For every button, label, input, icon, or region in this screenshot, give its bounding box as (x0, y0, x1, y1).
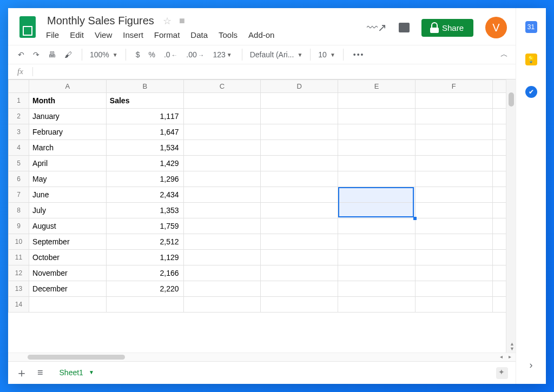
cell-A7[interactable]: June (29, 187, 107, 203)
row-header[interactable]: 9 (9, 218, 29, 234)
cell-E11[interactable] (338, 250, 416, 265)
col-header-C[interactable]: C (183, 80, 261, 93)
cell-F12[interactable] (415, 265, 492, 281)
row-header[interactable]: 12 (9, 265, 29, 281)
menu-edit[interactable]: Edit (70, 30, 84, 39)
print-button[interactable]: 🖶 (46, 49, 58, 60)
cell-A1[interactable]: Month (29, 93, 107, 109)
row-header[interactable]: 14 (9, 297, 29, 313)
account-avatar[interactable]: V (485, 17, 507, 38)
row-header[interactable]: 10 (9, 234, 29, 250)
cell-B7[interactable]: 2,434 (106, 187, 183, 203)
cell-E12[interactable] (338, 265, 416, 281)
cell-E13[interactable] (338, 281, 416, 297)
cell-F2[interactable] (415, 109, 492, 124)
cell-D9[interactable] (261, 218, 338, 234)
sheet-tab-1[interactable]: Sheet1 ▼ (53, 364, 101, 382)
tasks-icon[interactable]: ✔ (525, 86, 537, 98)
cell-A14[interactable] (29, 297, 107, 313)
cell-E14[interactable] (338, 297, 416, 313)
row-header[interactable]: 2 (9, 109, 29, 124)
cell-A13[interactable]: December (29, 281, 107, 297)
cell-C13[interactable] (183, 281, 261, 297)
col-header-D[interactable]: D (261, 80, 338, 93)
cell-B9[interactable]: 1,759 (106, 218, 183, 234)
scroll-thumb[interactable] (509, 92, 514, 107)
cell-C6[interactable] (183, 171, 261, 187)
select-all-corner[interactable] (9, 80, 29, 93)
font-dropdown[interactable]: Default (Ari...▼ (250, 50, 303, 59)
cell-E8[interactable] (338, 203, 416, 218)
cell-A8[interactable]: July (29, 203, 107, 218)
cell-C4[interactable] (183, 140, 261, 156)
menu-addons[interactable]: Add-on (248, 30, 274, 39)
star-icon[interactable]: ☆ (163, 15, 172, 27)
cell-F7[interactable] (415, 187, 492, 203)
explore-button[interactable] (496, 367, 508, 379)
cell-A12[interactable]: November (29, 265, 107, 281)
cell-D6[interactable] (261, 171, 338, 187)
col-header-A[interactable]: A (29, 80, 107, 93)
add-sheet-button[interactable]: ＋ (16, 365, 28, 381)
cell-F9[interactable] (415, 218, 492, 234)
cell-E3[interactable] (338, 124, 416, 140)
menu-file[interactable]: File (46, 30, 59, 39)
cell-E6[interactable] (338, 171, 416, 187)
cell-C14[interactable] (183, 297, 261, 313)
cell-E1[interactable] (338, 93, 416, 109)
cell-D14[interactable] (261, 297, 338, 313)
cell-E2[interactable] (338, 109, 416, 124)
cell-C12[interactable] (183, 265, 261, 281)
decrease-decimal-button[interactable]: .0← (162, 49, 180, 60)
horizontal-scrollbar[interactable]: ◂ ▸ (8, 353, 516, 361)
cell-D3[interactable] (261, 124, 338, 140)
grid[interactable]: A B C D E F 1MonthSales 2January1,117 3F… (8, 79, 516, 353)
cell-F4[interactable] (415, 140, 492, 156)
cell-B6[interactable]: 1,296 (106, 171, 183, 187)
row-header[interactable]: 8 (9, 203, 29, 218)
cell-B8[interactable]: 1,353 (106, 203, 183, 218)
comments-icon[interactable] (399, 23, 410, 32)
cell-D5[interactable] (261, 156, 338, 171)
menu-tools[interactable]: Tools (219, 30, 238, 39)
menu-view[interactable]: View (95, 30, 112, 39)
cell-F11[interactable] (415, 250, 492, 265)
menu-insert[interactable]: Insert (123, 30, 143, 39)
cell-C7[interactable] (183, 187, 261, 203)
cell-C1[interactable] (183, 93, 261, 109)
cell-A3[interactable]: February (29, 124, 107, 140)
cell-F13[interactable] (415, 281, 492, 297)
cell-D13[interactable] (261, 281, 338, 297)
menu-format[interactable]: Format (154, 30, 180, 39)
zoom-dropdown[interactable]: 100%▼ (90, 50, 118, 59)
row-header[interactable]: 5 (9, 156, 29, 171)
cell-E9[interactable] (338, 218, 416, 234)
cell-A9[interactable]: August (29, 218, 107, 234)
cell-A11[interactable]: October (29, 250, 107, 265)
menu-data[interactable]: Data (190, 30, 208, 39)
cell-F10[interactable] (415, 234, 492, 250)
cell-B4[interactable]: 1,534 (106, 140, 183, 156)
cell-A6[interactable]: May (29, 171, 107, 187)
all-sheets-button[interactable]: ≡ (37, 367, 43, 378)
cell-A4[interactable]: March (29, 140, 107, 156)
cell-D8[interactable] (261, 203, 338, 218)
cell-A10[interactable]: September (29, 234, 107, 250)
calendar-icon[interactable]: 31 (525, 21, 537, 33)
cell-F1[interactable] (415, 93, 492, 109)
hide-side-panel-button[interactable]: › (530, 360, 533, 371)
cell-C3[interactable] (183, 124, 261, 140)
cell-D4[interactable] (261, 140, 338, 156)
cell-D10[interactable] (261, 234, 338, 250)
cell-E7[interactable] (338, 187, 416, 203)
row-header[interactable]: 4 (9, 140, 29, 156)
increase-decimal-button[interactable]: .00→ (184, 49, 206, 60)
cell-B14[interactable] (106, 297, 183, 313)
cell-B3[interactable]: 1,647 (106, 124, 183, 140)
row-header[interactable]: 3 (9, 124, 29, 140)
cell-C8[interactable] (183, 203, 261, 218)
col-header-B[interactable]: B (106, 80, 183, 93)
vertical-scrollbar[interactable]: ▲▼ (506, 79, 516, 353)
undo-button[interactable]: ↶ (16, 49, 27, 60)
paint-format-button[interactable]: 🖌 (62, 49, 74, 60)
